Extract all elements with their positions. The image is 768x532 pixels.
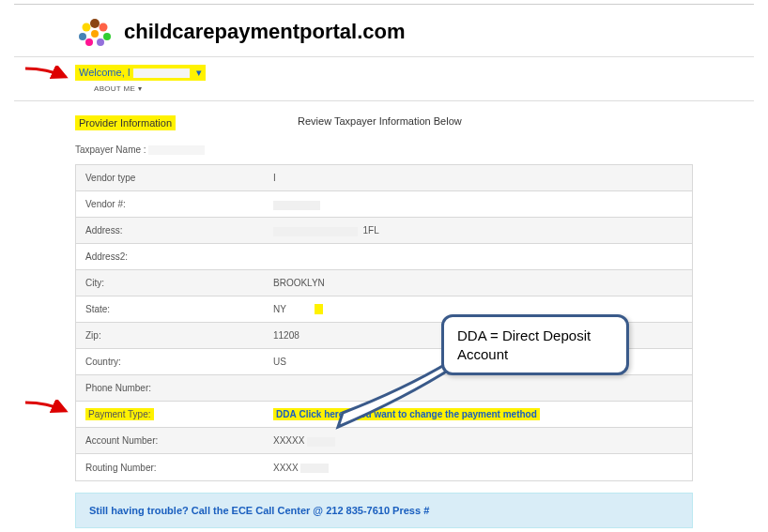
table-row: City: BROOKLYN	[76, 270, 692, 296]
value-city: BROOKLYN	[264, 272, 692, 294]
table-row: Routing Number: XXXX	[76, 454, 692, 480]
section-subtitle: Review Taxpayer Information Below	[298, 115, 462, 130]
label-city: City:	[76, 272, 264, 294]
svg-point-5	[85, 38, 93, 46]
taxpayer-name-label: Taxpayer Name :	[75, 144, 146, 155]
svg-point-2	[100, 23, 108, 32]
welcome-label[interactable]: Welcome, I ▾	[75, 65, 206, 81]
help-box: Still having trouble? Call the ECE Call …	[75, 493, 693, 528]
annotation-arrow-icon	[23, 66, 70, 84]
table-row: Address2:	[76, 244, 692, 270]
svg-point-3	[79, 33, 86, 40]
chevron-down-icon: ▾	[138, 84, 142, 93]
label-phone: Phone Number:	[76, 377, 264, 399]
table-row: Vendor #:	[76, 191, 692, 218]
svg-point-7	[91, 30, 99, 38]
chevron-down-icon: ▾	[196, 67, 202, 78]
table-row: Address: 1FL	[76, 218, 692, 244]
label-state: State:	[76, 298, 264, 320]
svg-point-6	[97, 38, 104, 46]
value-vendor-type: I	[264, 167, 692, 189]
label-zip: Zip:	[76, 325, 264, 346]
value-routing: XXXX	[264, 457, 692, 479]
value-address2	[264, 251, 692, 263]
label-account: Account Number:	[76, 430, 264, 451]
about-me-menu[interactable]: ABOUT ME ▾	[0, 83, 768, 100]
page-header: childcarepaymentportal.com	[0, 5, 768, 56]
section-title: Provider Information	[75, 115, 176, 130]
label-vendor-num: Vendor #:	[76, 193, 264, 215]
value-vendor-num	[264, 193, 692, 215]
redacted-name	[133, 68, 190, 78]
redacted-value	[148, 145, 205, 155]
label-routing: Routing Number:	[76, 457, 264, 479]
label-address2: Address2:	[76, 246, 264, 267]
label-vendor-type: Vendor type	[76, 167, 264, 189]
value-account: XXXXX	[264, 430, 692, 451]
table-row: Vendor type I	[76, 165, 692, 191]
help-text: Still having trouble? Call the ECE Call …	[89, 505, 429, 516]
svg-point-1	[83, 23, 91, 32]
table-row: Account Number: XXXXX	[76, 428, 692, 454]
annotation-callout: DDA = Direct Deposit Account	[441, 314, 629, 375]
value-address: 1FL	[264, 220, 692, 241]
label-country: Country:	[76, 351, 264, 372]
label-payment-type: Payment Type:	[76, 403, 264, 425]
site-title: childcarepaymentportal.com	[124, 20, 406, 44]
callout-text: DDA = Direct Deposit Account	[457, 327, 591, 362]
svg-point-0	[90, 19, 100, 28]
label-address: Address:	[76, 220, 264, 241]
annotation-arrow-icon	[23, 400, 70, 418]
logo-icon	[75, 12, 115, 52]
svg-point-4	[103, 33, 111, 40]
